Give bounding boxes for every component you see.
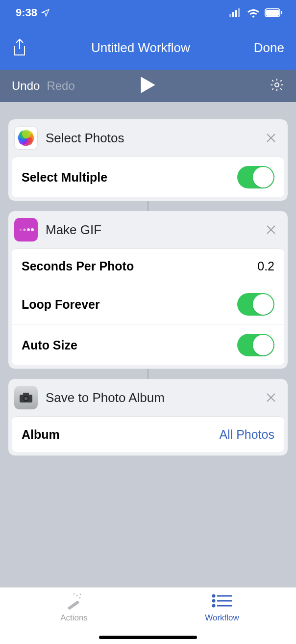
svg-rect-0 xyxy=(229,14,231,17)
workflow-toolbar: Undo Redo xyxy=(0,70,296,102)
wifi-icon xyxy=(247,8,260,18)
close-icon xyxy=(265,132,277,144)
undo-button[interactable]: Undo xyxy=(12,79,40,93)
cellular-icon xyxy=(229,8,242,17)
svg-rect-5 xyxy=(266,10,279,16)
svg-point-11 xyxy=(31,228,34,231)
param-label: Select Multiple xyxy=(22,170,107,185)
settings-button[interactable] xyxy=(270,78,284,94)
svg-point-18 xyxy=(79,597,81,599)
close-icon xyxy=(265,392,277,403)
svg-rect-2 xyxy=(235,10,237,17)
workflow-canvas[interactable]: Select Photos Select Multiple Make GIF xyxy=(0,102,296,587)
svg-point-21 xyxy=(213,595,215,597)
select-multiple-toggle[interactable] xyxy=(237,166,274,188)
navigation-bar: Untitled Workflow Done xyxy=(0,26,296,70)
battery-icon xyxy=(265,8,282,17)
remove-action-button[interactable] xyxy=(263,130,279,146)
param-album[interactable]: Album All Photos xyxy=(12,417,284,452)
svg-rect-13 xyxy=(23,393,29,395)
svg-rect-1 xyxy=(232,12,234,17)
svg-rect-16 xyxy=(68,600,80,610)
param-label: Album xyxy=(22,428,60,442)
page-title: Untitled Workflow xyxy=(91,40,190,55)
svg-point-9 xyxy=(24,229,26,231)
svg-point-25 xyxy=(213,605,215,607)
list-icon xyxy=(211,593,233,608)
tab-label: Actions xyxy=(60,613,88,623)
svg-point-20 xyxy=(80,594,81,595)
share-button[interactable] xyxy=(12,38,27,57)
svg-point-23 xyxy=(213,600,215,602)
loop-forever-toggle[interactable] xyxy=(237,293,274,316)
redo-button: Redo xyxy=(47,79,74,93)
tab-label: Workflow xyxy=(205,613,239,623)
connector xyxy=(8,369,288,379)
action-card-save-to-album: Save to Photo Album Album All Photos xyxy=(8,378,288,456)
action-title: Save to Photo Album xyxy=(46,390,263,405)
status-bar: 9:38 xyxy=(0,0,296,26)
connector xyxy=(8,201,288,211)
svg-point-17 xyxy=(76,595,78,596)
param-auto-size: Auto Size xyxy=(12,325,284,365)
param-seconds-per-photo[interactable]: Seconds Per Photo 0.2 xyxy=(12,249,284,284)
param-label: Loop Forever xyxy=(22,297,100,312)
play-icon xyxy=(140,76,156,94)
home-indicator[interactable] xyxy=(99,636,197,639)
status-time: 9:38 xyxy=(16,6,37,19)
param-select-multiple: Select Multiple xyxy=(12,157,284,197)
action-title: Select Photos xyxy=(46,131,263,146)
done-button[interactable]: Done xyxy=(254,40,284,55)
wand-icon xyxy=(64,592,84,610)
album-value: All Photos xyxy=(219,428,274,442)
auto-size-toggle[interactable] xyxy=(237,334,274,356)
photos-app-icon xyxy=(14,126,38,150)
seconds-value: 0.2 xyxy=(257,259,274,273)
gear-icon xyxy=(270,78,284,92)
svg-rect-3 xyxy=(238,8,240,17)
svg-point-8 xyxy=(20,229,22,231)
svg-point-19 xyxy=(74,593,75,595)
action-card-select-photos: Select Photos Select Multiple xyxy=(8,119,288,201)
make-gif-icon xyxy=(14,218,38,242)
svg-point-7 xyxy=(275,83,279,87)
param-label: Auto Size xyxy=(22,338,77,352)
svg-point-15 xyxy=(25,397,28,401)
location-icon xyxy=(41,8,50,17)
action-card-make-gif: Make GIF Seconds Per Photo 0.2 Loop Fore… xyxy=(8,211,288,369)
play-button[interactable] xyxy=(140,76,156,96)
action-title: Make GIF xyxy=(46,222,263,238)
param-label: Seconds Per Photo xyxy=(22,259,134,273)
svg-rect-6 xyxy=(281,11,282,14)
param-loop-forever: Loop Forever xyxy=(12,284,284,325)
remove-action-button[interactable] xyxy=(263,390,279,405)
close-icon xyxy=(265,224,277,236)
camera-icon xyxy=(14,386,38,409)
share-icon xyxy=(12,38,27,57)
svg-point-10 xyxy=(27,228,30,231)
remove-action-button[interactable] xyxy=(263,222,279,238)
